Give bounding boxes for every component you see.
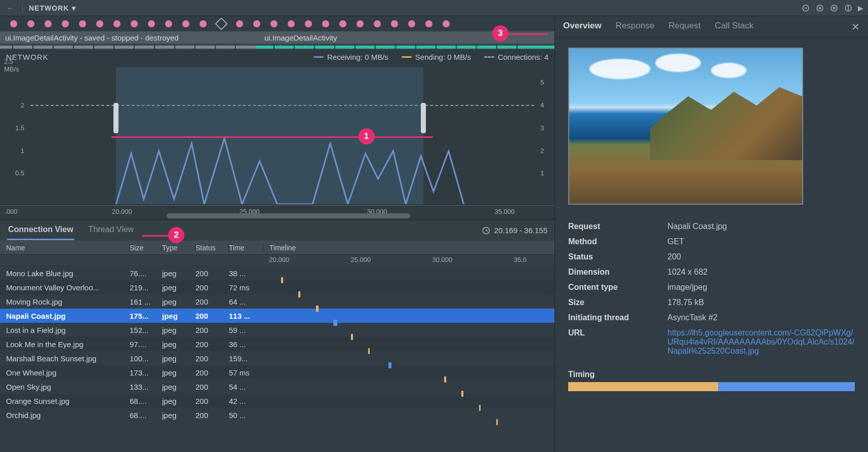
cell-type: jpeg (162, 368, 195, 377)
cell-time: 59 ... (229, 326, 263, 334)
cell-name: One Wheel.jpg (0, 368, 130, 377)
reset-zoom-button[interactable] (828, 3, 840, 14)
tab-connection-view[interactable]: Connection View (7, 220, 74, 240)
callout-1-line (111, 136, 433, 138)
cell-type: jpeg (162, 411, 195, 420)
event-dot (45, 20, 52, 27)
cell-type: jpeg (162, 354, 195, 363)
cell-name: Lost in a Field.jpg (0, 326, 130, 334)
event-dot (374, 20, 381, 27)
event-dot (79, 20, 86, 27)
cell-status: 200 (195, 312, 229, 320)
tab-thread-view[interactable]: Thread View (88, 220, 135, 240)
cell-name: Orchid.jpg (0, 411, 130, 420)
callout-3: 3 (492, 25, 508, 42)
cell-type: jpeg (162, 269, 195, 278)
event-dot (131, 20, 138, 27)
cell-time: 159... (229, 354, 263, 363)
x-axis: .000 20.000 25.000 30.000 35.000 (0, 205, 555, 219)
col-time[interactable]: Time (229, 244, 263, 252)
event-dots-bar[interactable] (0, 16, 555, 31)
activity-label: ui.ImageDetailActivity (264, 33, 337, 42)
col-status[interactable]: Status (195, 244, 229, 252)
table-row[interactable]: Orange Sunset.jpg68....jpeg20042 ... (0, 394, 555, 408)
cell-name: Marshall Beach Sunset.jpg (0, 354, 130, 363)
table-row[interactable]: Orchid.jpg68....jpeg20050 ... (0, 408, 555, 422)
callout-1: 1 (359, 128, 375, 144)
value-thread: AsyncTask #2 (667, 313, 855, 322)
value-status: 200 (667, 252, 855, 261)
cell-size: 97.... (130, 340, 162, 349)
cell-size: 219... (130, 283, 162, 292)
network-chart[interactable]: 2.5 MB/s 2 1.5 1 0.5 5 4 3 2 1 (0, 62, 555, 219)
cell-type: jpeg (162, 383, 195, 391)
table-row[interactable]: Mono Lake Blue.jpg76....jpeg20038 ... (0, 266, 555, 280)
event-dot (288, 20, 295, 27)
table-row[interactable]: One Wheel.jpg173...jpeg20057 ms (0, 365, 555, 380)
label-request: Request (568, 222, 667, 231)
event-dot (357, 20, 364, 27)
cell-status: 200 (195, 283, 229, 292)
tab-overview[interactable]: Overview (563, 21, 602, 33)
cell-size: 133... (130, 383, 162, 391)
table-row[interactable]: Napali Coast.jpg175...jpeg200113 ... (0, 309, 555, 323)
table-row[interactable]: Look Me in the Eye.jpg97....jpeg20036 ..… (0, 337, 555, 351)
detail-pane: Overview Response Request Call Stack ✕ R… (555, 16, 868, 452)
detail-tabs: Overview Response Request Call Stack ✕ (555, 16, 868, 37)
table-row[interactable]: Marshall Beach Sunset.jpg100...jpeg20015… (0, 351, 555, 365)
table-body[interactable]: Mono Lake Blue.jpg76....jpeg20038 ...Mon… (0, 266, 555, 452)
cell-time: 113 ... (229, 312, 263, 320)
cell-status: 200 (195, 269, 229, 278)
y-axis-left: 2.5 MB/s 2 1.5 1 0.5 (0, 62, 28, 204)
cell-name: Mono Lake Blue.jpg (0, 269, 130, 278)
event-dot (305, 20, 312, 27)
cell-size: 68.... (130, 397, 162, 405)
event-dot (339, 20, 346, 27)
value-content-type: image/jpeg (667, 283, 855, 292)
cell-time: 54 ... (229, 383, 263, 391)
cell-type: jpeg (162, 326, 195, 334)
col-type[interactable]: Type (162, 244, 195, 252)
col-name[interactable]: Name (0, 244, 130, 252)
col-size[interactable]: Size (130, 244, 162, 252)
cell-time: 38 ... (229, 269, 263, 278)
legend-sending: Sending: 0 MB/s (402, 53, 471, 61)
zoom-selection-button[interactable] (843, 3, 854, 14)
tab-request[interactable]: Request (668, 21, 700, 33)
table-row[interactable]: Open Sky.jpg133...jpeg20054 ... (0, 380, 555, 394)
table-row[interactable]: Monument Valley Overloo...219...jpeg2007… (0, 280, 555, 294)
callout-2-line (142, 235, 168, 237)
cell-time: 42 ... (229, 397, 263, 405)
toolbar: ← NETWORK ▾ ▶ (0, 0, 868, 16)
event-dot (253, 20, 260, 27)
cell-status: 200 (195, 411, 229, 420)
zoom-out-button[interactable] (800, 3, 811, 14)
table-row[interactable]: Lost in a Field.jpg152...jpeg20059 ... (0, 323, 555, 337)
cell-name: Napali Coast.jpg (0, 312, 130, 320)
event-dot (236, 20, 243, 27)
activity-label: ui.ImageDetailActivity - saved - stopped… (5, 33, 179, 42)
cell-name: Look Me in the Eye.jpg (0, 340, 130, 349)
table-header[interactable]: Name Size Type Status Time Timeline (0, 241, 555, 255)
cell-time: 57 ms (229, 368, 263, 377)
views-tabbar: Connection View Thread View 2 20.169 - 3… (0, 219, 555, 241)
table-row[interactable]: Moving Rock.jpg161 ...jpeg20064 ... (0, 294, 555, 309)
cell-time: 36 ... (229, 340, 263, 349)
timeline-scrollbar[interactable] (167, 213, 411, 218)
cell-name: Monument Valley Overloo... (0, 283, 130, 292)
chevron-down-icon: ▾ (72, 4, 76, 12)
tab-response[interactable]: Response (616, 21, 655, 33)
event-dot (27, 20, 34, 27)
profiler-title[interactable]: NETWORK ▾ (29, 4, 76, 12)
go-live-button[interactable]: ▶ (857, 3, 864, 14)
svg-line-11 (486, 231, 488, 232)
value-url[interactable]: https://lh5.googleusercontent.com/-CG62Q… (667, 328, 855, 356)
cell-type: jpeg (162, 283, 195, 292)
col-timeline[interactable]: Timeline (263, 244, 555, 252)
tab-callstack[interactable]: Call Stack (715, 21, 754, 33)
close-detail-button[interactable]: ✕ (851, 21, 860, 33)
zoom-in-button[interactable] (814, 3, 825, 14)
cell-time: 50 ... (229, 411, 263, 420)
event-dot (200, 20, 207, 27)
back-button[interactable]: ← (4, 4, 16, 12)
